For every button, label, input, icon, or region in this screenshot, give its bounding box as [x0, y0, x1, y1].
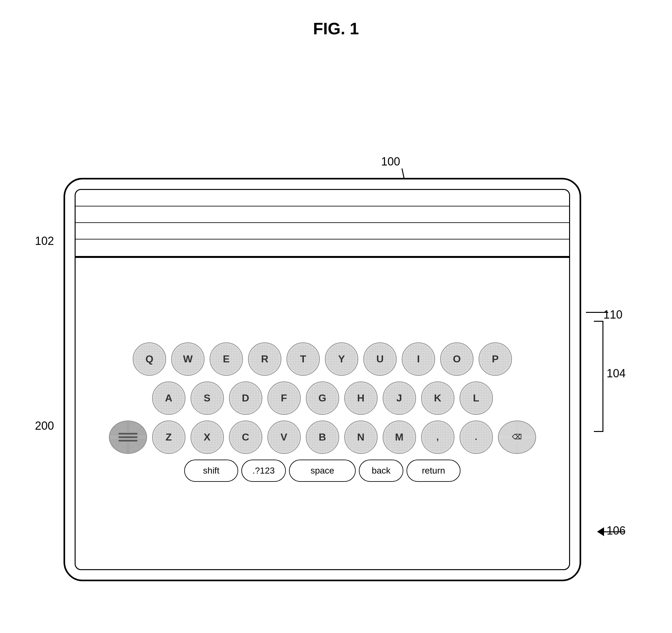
key-h[interactable]: H	[344, 381, 378, 415]
key-c[interactable]: C	[229, 421, 262, 454]
key-u[interactable]: U	[363, 343, 397, 376]
key-t[interactable]: T	[286, 343, 320, 376]
figure-title: FIG. 1	[0, 19, 672, 38]
device-screen: Q W E R T Y U I O P A S D F G H J K	[75, 189, 570, 570]
key-w[interactable]: W	[171, 343, 205, 376]
key-row-2: A S D F G H J K L	[152, 381, 493, 415]
key-z[interactable]: Z	[152, 421, 186, 454]
function-key-row: shift .?123 space back return	[178, 460, 467, 482]
key-v[interactable]: V	[267, 421, 301, 454]
fn-key-space[interactable]: space	[289, 460, 356, 482]
shift-icon-lines	[118, 433, 138, 442]
keyboard-area: Q W E R T Y U I O P A S D F G H J K	[76, 258, 569, 569]
key-l[interactable]: L	[459, 381, 493, 415]
key-b[interactable]: B	[306, 421, 339, 454]
key-period[interactable]: .	[459, 421, 493, 454]
key-a[interactable]: A	[152, 381, 186, 415]
key-x[interactable]: X	[191, 421, 224, 454]
ref-102-label: 102	[35, 234, 54, 248]
key-y[interactable]: Y	[325, 343, 358, 376]
key-d[interactable]: D	[229, 381, 262, 415]
text-line-4	[76, 239, 569, 256]
key-row-3: Z X C V B N M , . ⌫	[109, 421, 536, 454]
key-s[interactable]: S	[191, 381, 224, 415]
text-line-1	[76, 190, 569, 207]
ref-100-label: 100	[381, 155, 400, 168]
ref-104-label: 104	[606, 367, 626, 380]
fn-key-num[interactable]: .?123	[241, 460, 286, 482]
key-i[interactable]: I	[402, 343, 435, 376]
key-r[interactable]: R	[248, 343, 281, 376]
key-j[interactable]: J	[383, 381, 416, 415]
key-q[interactable]: Q	[133, 343, 166, 376]
text-line-2	[76, 207, 569, 223]
key-o[interactable]: O	[440, 343, 474, 376]
fn-key-back[interactable]: back	[359, 460, 403, 482]
ref-200-label: 200	[35, 419, 54, 432]
key-n[interactable]: N	[344, 421, 378, 454]
key-delete-icon[interactable]: ⌫	[498, 421, 536, 454]
key-f[interactable]: F	[267, 381, 301, 415]
fn-key-return[interactable]: return	[407, 460, 460, 482]
ref-106-arrow	[597, 527, 625, 536]
ref-110-label: 110	[603, 308, 622, 322]
key-e[interactable]: E	[210, 343, 243, 376]
ref-104-bracket	[594, 321, 603, 432]
key-p[interactable]: P	[479, 343, 512, 376]
key-shift-icon[interactable]	[109, 421, 147, 454]
key-row-1: Q W E R T Y U I O P	[133, 343, 512, 376]
ref-110-line	[586, 312, 608, 313]
fn-key-shift[interactable]: shift	[184, 460, 238, 482]
key-g[interactable]: G	[306, 381, 339, 415]
key-comma[interactable]: ,	[421, 421, 454, 454]
key-m[interactable]: M	[383, 421, 416, 454]
text-line-3	[76, 223, 569, 239]
tablet-device: Q W E R T Y U I O P A S D F G H J K	[64, 178, 581, 581]
text-display-area	[76, 190, 569, 257]
key-k[interactable]: K	[421, 381, 454, 415]
